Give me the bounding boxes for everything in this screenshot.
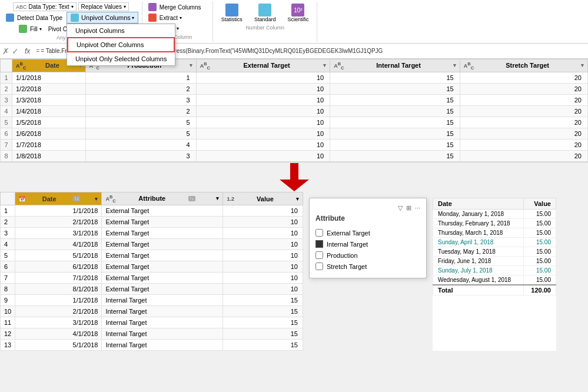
filter-item: Internal Target xyxy=(315,238,420,250)
top-ext-target-header[interactable]: ABC External Target ▾ xyxy=(196,59,330,72)
cancel-btn[interactable]: ✗ xyxy=(2,46,9,56)
filter-table-icon[interactable]: ⊞ xyxy=(406,204,411,212)
confirm-btn[interactable]: ✓ xyxy=(12,46,19,56)
merge-btn[interactable]: Merge Columns xyxy=(146,2,204,12)
top-str-target-header[interactable]: ABC Stretch Target ▾ xyxy=(460,59,587,72)
unpivot-dropdown[interactable]: Unpivot Columns ▾ Unpivot Columns Unpivo… xyxy=(67,12,138,24)
top-row-num-header xyxy=(1,59,12,72)
table-row: 7 1/7/2018 4 10 15 20 xyxy=(1,139,588,151)
prod-cell: 1 xyxy=(85,72,196,84)
str-cell: 20 xyxy=(460,72,587,84)
attr-cell: External Target xyxy=(102,284,223,295)
filter-icons-row: ▽ ⊞ ··· xyxy=(315,204,420,212)
list-item: 13 5/1/2018 Internal Target 15 xyxy=(1,340,303,351)
attr-cell: Internal Target xyxy=(102,306,223,317)
right-val-cell: 15.00 xyxy=(523,219,556,228)
date-cell: 1/4/2018 xyxy=(12,106,86,117)
row-num: 10 xyxy=(1,306,15,317)
attr-cell: External Target xyxy=(102,273,223,284)
extract-icon xyxy=(148,14,157,22)
int-cell: 15 xyxy=(330,95,460,106)
str-cell: 20 xyxy=(460,84,587,95)
bottom-attr-sort[interactable]: ↑↓ xyxy=(188,196,195,201)
int-cell: 15 xyxy=(330,84,460,95)
row-num: 8 xyxy=(1,284,15,295)
top-int-arrow[interactable]: ▾ xyxy=(453,62,456,68)
filter-items: External TargetInternal TargetProduction… xyxy=(315,227,420,272)
list-item: Tuesday, May 1, 2018 15.00 xyxy=(433,247,556,257)
filter-title: Attribute xyxy=(315,214,420,222)
detect-btn[interactable]: Detect Data Type xyxy=(4,13,65,22)
bottom-value-arrow[interactable]: ▾ xyxy=(296,196,299,202)
int-cell: 15 xyxy=(330,117,460,128)
replace-btn[interactable]: Replace Values ▾ xyxy=(78,2,129,11)
row-num: 4 xyxy=(1,239,15,250)
unpivot-columns-item[interactable]: Unpivot Columns xyxy=(67,24,175,37)
row-num: 2 xyxy=(1,217,15,228)
bottom-date-arrow[interactable]: ▾ xyxy=(95,196,98,202)
unpivot-btn[interactable]: Unpivot Columns ▾ xyxy=(67,12,138,24)
fill-btn[interactable]: Fill ▾ xyxy=(16,24,44,34)
val-cell: 15 xyxy=(223,328,303,340)
standard-btn[interactable]: Standard xyxy=(250,2,281,24)
ext-cell: 10 xyxy=(196,95,330,106)
right-date-cell: Sunday, July 1, 2018 xyxy=(433,266,524,275)
filter-checkbox[interactable] xyxy=(315,229,323,237)
top-int-target-header[interactable]: ABC Internal Target ▾ xyxy=(330,59,460,72)
scientific-btn[interactable]: 10² Scientific xyxy=(283,2,313,24)
extract-btn[interactable]: Extract ▾ xyxy=(146,13,204,22)
date-cell: 6/1/2018 xyxy=(15,261,102,273)
list-item: 6 6/1/2018 External Target 10 xyxy=(1,261,303,273)
prod-cell: 3 xyxy=(85,151,196,162)
row-num: 1 xyxy=(1,72,12,84)
bottom-attribute-header[interactable]: ABC Attribute ↑↓ ▾ xyxy=(102,192,223,205)
top-production-arrow[interactable]: ▾ xyxy=(190,62,192,68)
int-cell: 15 xyxy=(330,72,460,84)
scientific-label: Scientific xyxy=(287,16,308,22)
datatype-btn[interactable]: ABC Data Type: Text ▾ xyxy=(13,2,77,11)
bottom-value-header[interactable]: 1.2 Value ▾ xyxy=(223,192,303,205)
filter-checkbox[interactable] xyxy=(315,263,323,270)
val-cell: 10 xyxy=(223,239,303,250)
str-cell: 20 xyxy=(460,139,587,151)
scientific-icon: 10² xyxy=(291,4,304,16)
total-label: Total xyxy=(433,285,524,295)
int-cell: 15 xyxy=(330,139,460,151)
val-cell: 10 xyxy=(223,228,303,239)
int-cell: 15 xyxy=(330,128,460,139)
unpivot-dropdown-menu: Unpivot Columns Unpivot Other Columns Un… xyxy=(67,24,175,66)
bottom-date-header[interactable]: 📅 Date ↑↓ ▾ xyxy=(15,192,102,205)
val-cell: 15 xyxy=(223,295,303,306)
filter-funnel-icon[interactable]: ▽ xyxy=(398,204,403,212)
date-cell: 5/1/2018 xyxy=(15,340,102,351)
unpivot-other-item[interactable]: Unpivot Other Columns xyxy=(67,37,175,52)
right-date-header[interactable]: Date xyxy=(433,198,524,210)
right-value-header[interactable]: Value xyxy=(523,198,556,210)
list-item: 10 2/1/2018 Internal Target 15 xyxy=(1,306,303,317)
list-item: 11 3/1/2018 Internal Target 15 xyxy=(1,317,303,328)
str-cell: 20 xyxy=(460,151,587,162)
filter-checkbox[interactable] xyxy=(315,251,323,259)
unpivot-label: Unpivot Columns xyxy=(81,14,131,21)
date-cell: 1/7/2018 xyxy=(12,139,86,151)
date-cell: 3/1/2018 xyxy=(15,317,102,328)
right-date-cell: Friday, June 1, 2018 xyxy=(433,257,524,266)
attr-cell: External Target xyxy=(102,261,223,273)
unpivot-selected-item[interactable]: Unpivot Only Selected Columns xyxy=(67,52,175,65)
ext-cell: 10 xyxy=(196,128,330,139)
bottom-date-sort[interactable]: ↑↓ xyxy=(73,196,80,201)
attr-cell: External Target xyxy=(102,250,223,261)
top-str-arrow[interactable]: ▾ xyxy=(581,62,584,68)
filter-more-icon[interactable]: ··· xyxy=(415,204,420,212)
replace-label: Replace Values xyxy=(81,4,122,10)
bottom-attr-arrow[interactable]: ▾ xyxy=(216,195,219,201)
top-ext-arrow[interactable]: ▾ xyxy=(323,62,326,68)
statistics-btn[interactable]: Statistics xyxy=(217,2,247,24)
prod-cell: 2 xyxy=(85,106,196,117)
extract-chevron: ▾ xyxy=(180,15,182,21)
row-num: 9 xyxy=(1,295,15,306)
checkbox-filled[interactable] xyxy=(315,240,323,248)
ext-cell: 10 xyxy=(196,106,330,117)
row-num: 1 xyxy=(1,205,15,217)
right-val-cell: 15.00 xyxy=(523,275,556,285)
